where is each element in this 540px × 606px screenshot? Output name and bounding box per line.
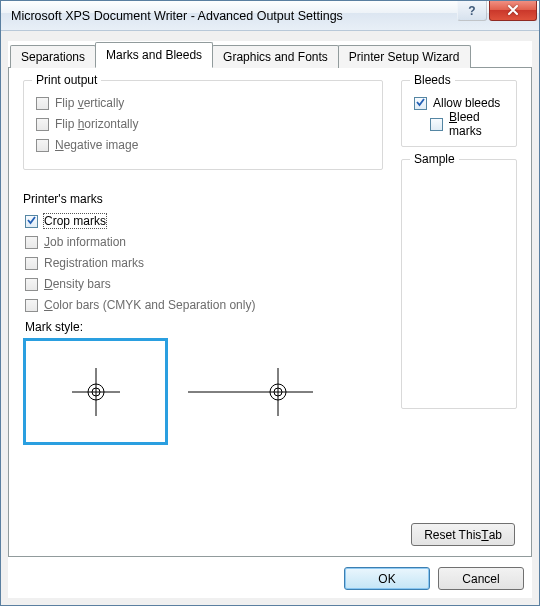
row-negative-image: Negative image (36, 136, 372, 154)
checkmark-icon (25, 214, 38, 227)
group-printers-marks: Printer's marks Crop marks Job informati… (23, 182, 383, 457)
checkbox-job-information (25, 236, 38, 249)
tab-graphics-and-fonts[interactable]: Graphics and Fonts (212, 45, 339, 68)
group-bleeds: Bleeds Allow bleeds Bleed marks (401, 80, 517, 147)
help-icon: ? (468, 4, 475, 18)
row-registration-marks: Registration marks (25, 254, 383, 272)
mark-styles-row (23, 338, 383, 445)
registration-mark-wide-icon (178, 362, 323, 422)
cancel-button[interactable]: Cancel (438, 567, 524, 590)
row-color-bars: Color bars (CMYK and Separation only) (25, 296, 383, 314)
row-density-bars: Density bars (25, 275, 383, 293)
checkmark-icon (414, 96, 427, 109)
bottom-button-row: Reset This Tab (23, 517, 517, 546)
group-sample: Sample (401, 159, 517, 409)
mark-style-option-2[interactable] (178, 338, 323, 445)
tab-separations[interactable]: Separations (10, 45, 96, 68)
dialog-window: Microsoft XPS Document Writer - Advanced… (0, 0, 540, 606)
titlebar: Microsoft XPS Document Writer - Advanced… (1, 1, 539, 31)
row-flip-vertically: Flip vertically (36, 94, 372, 112)
group-sample-title: Sample (410, 152, 459, 166)
tab-printer-setup-wizard[interactable]: Printer Setup Wizard (338, 45, 471, 68)
label-density-bars: Density bars (44, 277, 111, 291)
close-icon (507, 5, 519, 16)
left-column: Print output Flip vertically Flip horizo… (23, 80, 383, 517)
checkbox-allow-bleeds[interactable] (414, 97, 427, 110)
panel-columns: Print output Flip vertically Flip horizo… (23, 80, 517, 517)
group-print-output-title: Print output (32, 73, 101, 87)
label-mark-style: Mark style: (25, 320, 383, 334)
row-flip-horizontally: Flip horizontally (36, 115, 372, 133)
row-job-information: Job information (25, 233, 383, 251)
right-column: Bleeds Allow bleeds Bleed marks (401, 80, 517, 517)
label-bleed-marks: Bleed marks (449, 110, 506, 138)
label-allow-bleeds: Allow bleeds (433, 96, 500, 110)
label-negative-image: Negative image (55, 138, 138, 152)
checkbox-color-bars (25, 299, 38, 312)
label-crop-marks: Crop marks (44, 214, 106, 228)
group-print-output: Print output Flip vertically Flip horizo… (23, 80, 383, 170)
row-crop-marks: Crop marks (25, 212, 383, 230)
mark-style-option-1[interactable] (23, 338, 168, 445)
label-job-information: Job information (44, 235, 126, 249)
checkbox-registration-marks (25, 257, 38, 270)
checkbox-negative-image (36, 139, 49, 152)
group-bleeds-title: Bleeds (410, 73, 455, 87)
close-button[interactable] (489, 1, 537, 21)
label-flip-vertically: Flip vertically (55, 96, 124, 110)
client-area: Separations Marks and Bleeds Graphics an… (8, 41, 532, 598)
titlebar-buttons: ? (457, 1, 539, 30)
tab-marks-and-bleeds[interactable]: Marks and Bleeds (95, 42, 213, 68)
checkbox-flip-horizontally (36, 118, 49, 131)
group-printers-marks-title: Printer's marks (23, 192, 383, 206)
help-button[interactable]: ? (457, 1, 487, 21)
checkbox-flip-vertically (36, 97, 49, 110)
checkbox-crop-marks[interactable] (25, 215, 38, 228)
label-registration-marks: Registration marks (44, 256, 144, 270)
ok-button[interactable]: OK (344, 567, 430, 590)
label-flip-horizontally: Flip horizontally (55, 117, 138, 131)
tab-panel: Print output Flip vertically Flip horizo… (8, 67, 532, 557)
label-color-bars: Color bars (CMYK and Separation only) (44, 298, 255, 312)
reset-this-tab-button[interactable]: Reset This Tab (411, 523, 515, 546)
window-title: Microsoft XPS Document Writer - Advanced… (11, 9, 457, 23)
checkbox-bleed-marks[interactable] (430, 118, 443, 131)
checkbox-density-bars (25, 278, 38, 291)
registration-mark-icon (66, 362, 126, 422)
dialog-footer: OK Cancel (8, 557, 532, 598)
tab-strip: Separations Marks and Bleeds Graphics an… (8, 42, 532, 68)
row-bleed-marks: Bleed marks (430, 115, 506, 133)
